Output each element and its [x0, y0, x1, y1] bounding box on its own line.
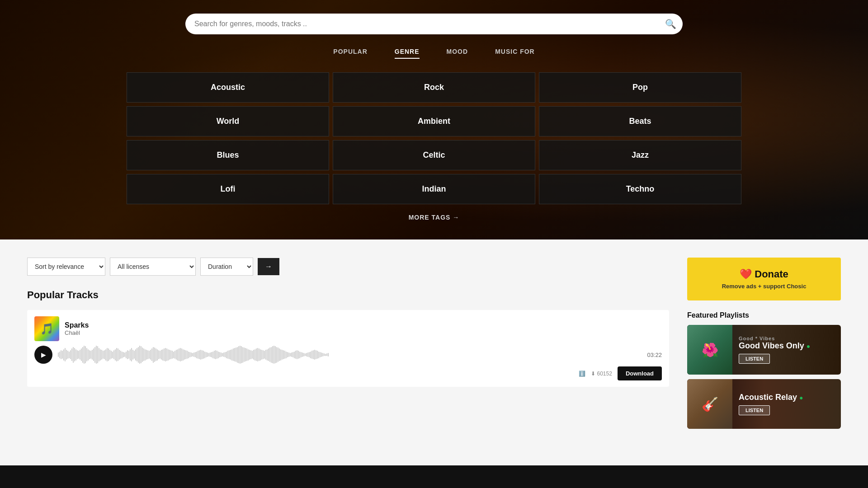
- playlist-listen-btn-good-vibes[interactable]: LISTEN: [739, 354, 770, 364]
- sidebar: ❤️ Donate Remove ads + support Chosic Fe…: [687, 258, 841, 447]
- download-button[interactable]: Download: [618, 366, 662, 380]
- genre-btn-acoustic[interactable]: Acoustic: [127, 72, 329, 103]
- main-content: Sort by relevance Sort by date Sort by d…: [0, 239, 868, 465]
- tab-genre[interactable]: GENRE: [395, 48, 420, 59]
- sort-select[interactable]: Sort by relevance Sort by date Sort by d…: [27, 258, 105, 276]
- genre-btn-beats[interactable]: Beats: [539, 106, 741, 136]
- search-wrapper: 🔍: [185, 14, 683, 34]
- genre-btn-pop[interactable]: Pop: [539, 72, 741, 103]
- track-info: Sparks Chaël: [65, 321, 662, 336]
- track-name: Sparks: [65, 321, 662, 329]
- genre-btn-blues[interactable]: Blues: [127, 140, 329, 170]
- tracks-section: Sort by relevance Sort by date Sort by d…: [27, 258, 669, 447]
- playlist-card-acoustic[interactable]: 🎸 Acoustic Relay ● LISTEN: [687, 379, 841, 429]
- spotify-icon-acoustic: ●: [799, 394, 803, 401]
- genre-btn-celtic[interactable]: Celtic: [333, 140, 535, 170]
- tab-mood[interactable]: MOOD: [447, 48, 468, 59]
- featured-playlists-title: Featured Playlists: [687, 311, 841, 319]
- donate-box: ❤️ Donate Remove ads + support Chosic: [687, 258, 841, 300]
- track-download-count: ⬇ 60152: [591, 371, 612, 377]
- playlist-name-acoustic: Acoustic Relay ●: [739, 393, 835, 403]
- filter-row: Sort by relevance Sort by date Sort by d…: [27, 258, 669, 276]
- donate-title: ❤️ Donate: [698, 268, 830, 280]
- genre-btn-jazz[interactable]: Jazz: [539, 140, 741, 170]
- genre-btn-rock[interactable]: Rock: [333, 72, 535, 103]
- genre-nav: POPULAR GENRE MOOD MUSIC FOR: [9, 48, 859, 59]
- playlist-card-good-vibes[interactable]: 🌺 Good * Vibes Good Vibes Only ● LISTEN: [687, 325, 841, 375]
- filter-go-button[interactable]: →: [258, 258, 279, 275]
- spotify-icon-good-vibes: ●: [807, 343, 810, 350]
- hero-section: 🔍 POPULAR GENRE MOOD MUSIC FOR Acoustic …: [0, 0, 868, 239]
- duration-select[interactable]: Duration < 1 min 1-3 min 3-5 min > 5 min: [200, 258, 253, 276]
- genre-btn-lofi[interactable]: Lofi: [127, 174, 329, 204]
- genre-btn-techno[interactable]: Techno: [539, 174, 741, 204]
- playlist-img-acoustic: 🎸: [687, 379, 732, 429]
- playlist-info-acoustic: Acoustic Relay ● LISTEN: [732, 388, 841, 420]
- license-select[interactable]: All licenses Attribution Attribution-NoD…: [110, 258, 196, 276]
- track-controls: ▶ 03:22: [34, 346, 662, 364]
- genre-grid: Acoustic Rock Pop World Ambient Beats Bl…: [118, 72, 750, 204]
- waveform: [58, 346, 642, 364]
- tab-popular[interactable]: POPULAR: [333, 48, 367, 59]
- play-button[interactable]: ▶: [34, 346, 52, 364]
- playlist-badge-good-vibes: Good * Vibes: [739, 336, 835, 341]
- search-button[interactable]: 🔍: [665, 19, 676, 29]
- track-actions: ℹ️ ⬇ 60152 Download: [34, 366, 662, 380]
- search-input[interactable]: [185, 14, 683, 34]
- genre-btn-ambient[interactable]: Ambient: [333, 106, 535, 136]
- track-artist: Chaël: [65, 329, 662, 336]
- playlist-name-good-vibes: Good Vibes Only ●: [739, 341, 835, 351]
- genre-btn-indian[interactable]: Indian: [333, 174, 535, 204]
- heart-icon: ❤️: [740, 268, 752, 280]
- download-icon: ⬇: [591, 371, 595, 377]
- track-thumbnail: 🎵: [34, 316, 59, 341]
- playlist-img-good-vibes: 🌺: [687, 325, 732, 375]
- donate-subtitle: Remove ads + support Chosic: [698, 283, 830, 290]
- popular-tracks-title: Popular Tracks: [27, 289, 669, 301]
- track-item: 🎵 Sparks Chaël ▶ 03:22 ℹ️ ⬇ 60152 Downlo…: [27, 310, 669, 387]
- more-tags-link[interactable]: MORE TAGS →: [409, 214, 460, 221]
- playlist-info-good-vibes: Good * Vibes Good Vibes Only ● LISTEN: [732, 331, 841, 368]
- more-tags: MORE TAGS →: [9, 213, 859, 221]
- track-license-icon: ℹ️: [579, 371, 585, 377]
- playlist-listen-btn-acoustic[interactable]: LISTEN: [739, 405, 770, 415]
- track-duration: 03:22: [647, 352, 662, 358]
- tab-music-for[interactable]: MUSIC FOR: [495, 48, 535, 59]
- genre-btn-world[interactable]: World: [127, 106, 329, 136]
- track-top: 🎵 Sparks Chaël: [34, 316, 662, 341]
